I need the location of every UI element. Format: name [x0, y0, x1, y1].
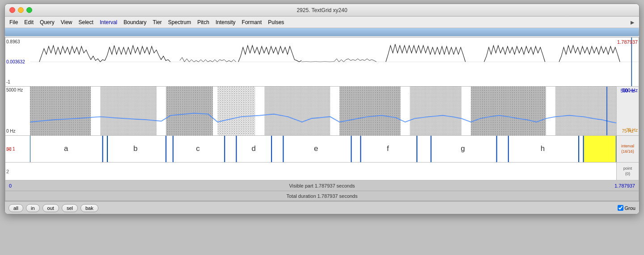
svg-rect-53	[30, 163, 616, 180]
total-duration-text: Total duration 1.787937 seconds	[286, 193, 357, 199]
spec-top-label: 5000 Hz	[6, 88, 23, 92]
svg-rect-4	[30, 87, 91, 135]
all-button[interactable]: all	[8, 204, 23, 212]
waveform-mid-label: 0.003632	[6, 59, 29, 64]
svg-rect-7	[166, 87, 213, 135]
waveform-bot-label: -1	[6, 79, 29, 84]
svg-rect-25	[30, 136, 616, 162]
in-button[interactable]: in	[26, 204, 40, 212]
svg-text:e: e	[314, 145, 318, 152]
menu-file[interactable]: File	[7, 18, 21, 26]
tier1-section[interactable]: ✉ 1 a b	[5, 136, 639, 163]
scroll-right-icon: ►	[629, 19, 637, 26]
menu-bar: File Edit Query View Select Interval Bou…	[5, 17, 639, 28]
interval-info: interval(16/16)	[621, 144, 634, 154]
traffic-lights	[9, 7, 32, 13]
tier2-content[interactable]	[30, 163, 616, 180]
spectrogram-left-labels: 5000 Hz 0 Hz	[5, 87, 30, 135]
svg-rect-5	[91, 87, 92, 135]
spec-right-bot-label: 75 Hz	[626, 127, 638, 134]
spectrogram-canvas[interactable]	[30, 87, 616, 135]
svg-text:a: a	[64, 145, 68, 152]
tier2-label: 2	[6, 169, 9, 174]
group-label: Grou	[625, 205, 636, 211]
tier1-content[interactable]: a b c d e	[30, 136, 616, 162]
svg-text:d: d	[252, 145, 256, 152]
close-button[interactable]	[9, 7, 15, 13]
menu-edit[interactable]: Edit	[21, 18, 36, 26]
svg-text:b: b	[133, 145, 137, 152]
menu-tier[interactable]: Tier	[150, 18, 165, 26]
svg-rect-6	[100, 87, 157, 135]
menu-pitch[interactable]: Pitch	[195, 18, 212, 26]
tier2-right-panel: point(0)	[616, 163, 639, 180]
group-checkbox[interactable]	[618, 205, 623, 211]
out-button[interactable]: out	[42, 204, 59, 212]
spec-bot-label: 0 Hz	[6, 129, 16, 134]
menu-pulses[interactable]: Pulses	[265, 18, 287, 26]
editor-area: 0.8963 0.003632 -1 1.787937	[5, 37, 639, 201]
spectrogram-section[interactable]: 5000 Hz 0 Hz 500 Hz 75 Hz	[5, 87, 639, 136]
svg-rect-12	[471, 87, 546, 135]
main-window: 2925. TextGrid xy240 File Edit Query Vie…	[4, 4, 640, 214]
title-bar: 2925. TextGrid xy240	[5, 4, 639, 17]
point-info: point(0)	[623, 166, 632, 176]
menu-spectrum[interactable]: Spectrum	[165, 18, 194, 26]
svg-rect-10	[339, 87, 400, 135]
time-start: 0	[9, 183, 12, 188]
menu-boundary[interactable]: Boundary	[121, 18, 149, 26]
bak-button[interactable]: bak	[80, 204, 98, 212]
maximize-button[interactable]	[26, 7, 32, 13]
svg-rect-9	[264, 87, 330, 135]
svg-text:c: c	[196, 145, 199, 152]
svg-text:f: f	[387, 145, 389, 152]
waveform-top-label: 0.8963	[6, 39, 29, 44]
waveform-canvas[interactable]	[30, 38, 639, 86]
svg-rect-11	[410, 87, 462, 135]
waveform-labels: 0.8963 0.003632 -1	[5, 38, 30, 86]
waveform-section[interactable]: 0.8963 0.003632 -1 1.787937	[5, 38, 639, 87]
svg-text:h: h	[541, 145, 545, 152]
menu-interval[interactable]: Interval	[97, 18, 120, 26]
menu-select[interactable]: Select	[76, 18, 96, 26]
svg-text:g: g	[461, 145, 465, 152]
menu-intensity[interactable]: Intensity	[213, 18, 238, 26]
tier1-label: ✉ 1	[6, 146, 15, 153]
svg-rect-50	[584, 136, 616, 162]
time-visible: Visible part 1.787937 seconds	[289, 183, 355, 188]
bottom-bar: all in out sel bak Grou	[5, 201, 639, 214]
minimize-button[interactable]	[18, 7, 24, 13]
tier2-section[interactable]: 2 point(0)	[5, 163, 639, 180]
window-title: 2925. TextGrid xy240	[297, 7, 347, 13]
svg-rect-8	[218, 87, 255, 135]
time-end: 1.787937	[614, 183, 635, 188]
menu-formant[interactable]: Formant	[239, 18, 265, 26]
time-bar: 0 Visible part 1.787937 seconds 1.787937	[5, 180, 639, 191]
spec-right-top-label: 500 Hz	[622, 88, 638, 93]
group-checkbox-container[interactable]: Grou	[618, 205, 636, 211]
waveform-right-label: 1.787937	[617, 39, 638, 45]
selection-bar	[5, 28, 639, 36]
sel-button[interactable]: sel	[62, 204, 78, 212]
total-duration-bar: Total duration 1.787937 seconds	[5, 191, 639, 201]
tier1-right-panel: interval(16/16)	[616, 136, 639, 162]
menu-query[interactable]: Query	[37, 18, 57, 26]
menu-view[interactable]: View	[58, 18, 75, 26]
